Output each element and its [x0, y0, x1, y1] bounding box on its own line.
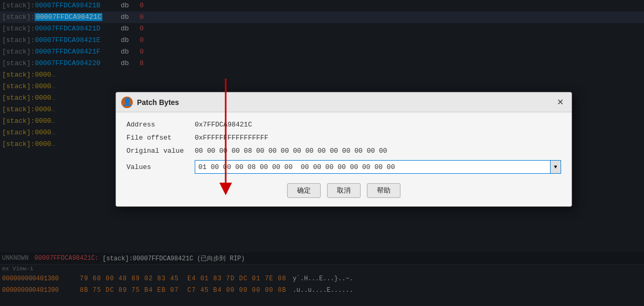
file-offset-label: File offset — [126, 134, 195, 142]
patch-bytes-dialog: Patch Bytes ✕ Address 0x7FFDCA98421C Fil… — [115, 92, 572, 207]
values-dropdown-button[interactable]: ▼ — [551, 160, 561, 174]
file-offset-value: 0xFFFFFFFFFFFFFFFF — [195, 134, 268, 142]
dialog-buttons: 确定 取消 帮助 — [126, 179, 561, 200]
close-button[interactable]: ✕ — [554, 96, 566, 109]
values-label: Values — [126, 163, 195, 171]
values-input-wrap: ▼ — [195, 160, 561, 174]
dialog-icon — [121, 97, 133, 108]
address-value: 0x7FFDCA98421C — [195, 121, 252, 129]
cancel-button[interactable]: 取消 — [327, 183, 361, 198]
help-button[interactable]: 帮助 — [367, 183, 400, 198]
original-value-value: 00 00 00 00 08 00 00 00 00 00 00 00 00 0… — [195, 147, 387, 155]
values-row: Values ▼ — [126, 160, 561, 174]
dialog-body: Address 0x7FFDCA98421C File offset 0xFFF… — [116, 112, 572, 206]
file-offset-row: File offset 0xFFFFFFFFFFFFFFFF — [126, 134, 561, 142]
address-row: Address 0x7FFDCA98421C — [126, 121, 561, 129]
ok-button[interactable]: 确定 — [287, 183, 321, 198]
address-label: Address — [126, 121, 195, 129]
original-value-label: Original value — [126, 147, 195, 155]
dialog-titlebar: Patch Bytes ✕ — [116, 92, 572, 112]
dialog-title: Patch Bytes — [137, 98, 554, 107]
values-input[interactable] — [195, 160, 551, 174]
original-value-row: Original value 00 00 00 00 08 00 00 00 0… — [126, 147, 561, 155]
